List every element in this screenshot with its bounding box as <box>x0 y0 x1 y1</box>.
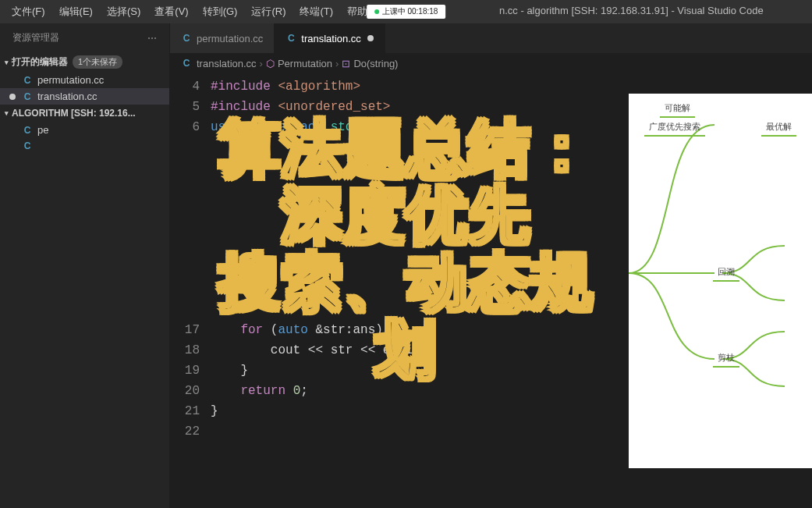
mindmap-node: 回溯 <box>713 264 739 282</box>
mindmap-node: 可能解 <box>660 100 695 118</box>
status-dot-icon <box>374 9 379 14</box>
menu-file[interactable]: 文件(F) <box>5 2 52 22</box>
tab-permutation[interactable]: C permutation.cc <box>170 23 275 53</box>
workspace-file-pe[interactable]: C pe <box>0 122 169 138</box>
breadcrumb[interactable]: C translation.cc › ⬡ Permutation › ⊡ Do(… <box>170 53 812 73</box>
explorer-title: 资源管理器 <box>12 31 59 44</box>
menu-edit[interactable]: 编辑(E) <box>52 2 100 22</box>
menu-goto[interactable]: 转到(G) <box>196 2 245 22</box>
cpp-file-icon: C <box>181 58 192 69</box>
chevron-down-icon: ▾ <box>5 109 9 117</box>
status-text: 上课中 00:18:18 <box>382 6 438 17</box>
chevron-right-icon: › <box>260 58 263 69</box>
mindmap-node: 最优解 <box>761 119 796 137</box>
method-icon: ⊡ <box>342 58 350 69</box>
cpp-file-icon: C <box>181 33 192 44</box>
file-label: permutation.cc <box>37 74 104 86</box>
breadcrumb-file: translation.cc <box>197 58 257 69</box>
unsaved-badge: 1个未保存 <box>73 55 122 69</box>
cpp-file-icon: C <box>22 91 33 102</box>
breadcrumb-class: Permutation <box>278 58 332 69</box>
modified-dot-icon <box>9 94 16 100</box>
explorer-sidebar: 资源管理器 ⋯ ▾ 打开的编辑器 1个未保存 C permutation.cc … <box>0 23 170 508</box>
menu-run[interactable]: 运行(R) <box>244 2 293 22</box>
workspace-file-other[interactable]: C <box>0 138 169 154</box>
chevron-right-icon: › <box>335 58 339 69</box>
explorer-header: 资源管理器 ⋯ <box>0 23 169 52</box>
mindmap-node: 剪枝 <box>713 350 739 368</box>
tab-translation[interactable]: C translation.cc <box>275 23 385 53</box>
file-label: translation.cc <box>37 91 98 102</box>
mindmap-node: 广度优先搜索 <box>644 119 705 137</box>
line-gutter: 4 5 6 17 18 19 20 21 22 <box>170 76 211 508</box>
cpp-file-icon: C <box>22 140 33 151</box>
window-title: n.cc - algorithm [SSH: 192.168.31.91] - … <box>499 5 764 16</box>
mindmap-panel: 可能解 广度优先搜索 最优解 回溯 剪枝 <box>629 94 812 468</box>
modified-dot-icon <box>367 35 374 41</box>
more-icon[interactable]: ⋯ <box>147 33 157 44</box>
class-icon: ⬡ <box>266 58 275 69</box>
tab-label: permutation.cc <box>197 33 263 44</box>
menu-terminal[interactable]: 终端(T) <box>293 2 340 22</box>
menu-view[interactable]: 查看(V) <box>147 2 195 22</box>
open-editors-label: 打开的编辑器 <box>12 55 68 69</box>
cpp-file-icon: C <box>22 125 33 136</box>
menu-select[interactable]: 选择(S) <box>100 2 147 22</box>
open-editor-permutation[interactable]: C permutation.cc <box>0 72 169 88</box>
workspace-label: ALGORITHM [SSH: 192.16... <box>12 108 136 119</box>
editor-tabs: C permutation.cc C translation.cc <box>170 23 812 53</box>
cpp-file-icon: C <box>285 33 296 44</box>
workspace-section[interactable]: ▾ ALGORITHM [SSH: 192.16... <box>0 105 169 122</box>
file-label: pe <box>37 124 48 136</box>
breadcrumb-method: Do(string) <box>353 58 398 69</box>
tab-label: translation.cc <box>301 33 361 44</box>
open-editors-section[interactable]: ▾ 打开的编辑器 1个未保存 <box>0 52 169 72</box>
chevron-down-icon: ▾ <box>5 59 9 66</box>
title-status-pill: 上课中 00:18:18 <box>367 5 446 19</box>
open-editor-translation[interactable]: C translation.cc <box>0 88 169 105</box>
cpp-file-icon: C <box>22 75 33 86</box>
